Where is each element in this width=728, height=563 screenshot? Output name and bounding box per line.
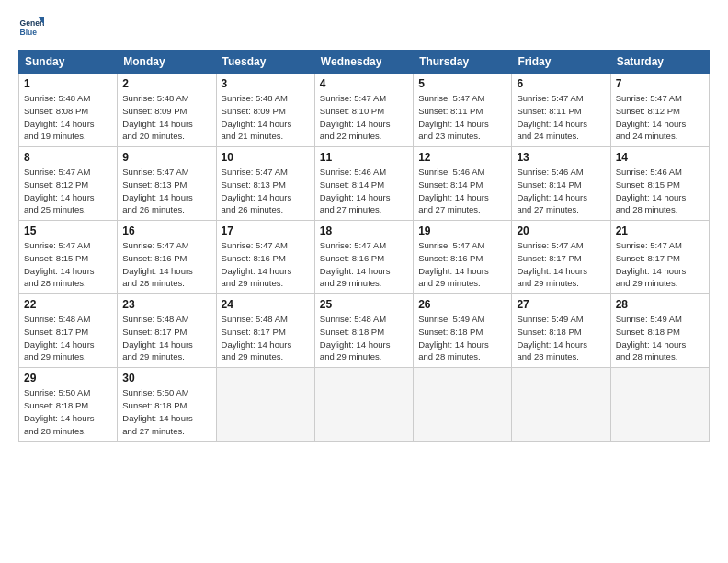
weekday-header-thursday: Thursday xyxy=(414,51,512,74)
day-info: Sunrise: 5:47 AM Sunset: 8:11 PM Dayligh… xyxy=(517,92,605,143)
calendar-cell: 4Sunrise: 5:47 AM Sunset: 8:10 PM Daylig… xyxy=(314,74,413,147)
weekday-header-friday: Friday xyxy=(512,51,610,74)
day-number: 4 xyxy=(320,77,408,90)
day-info: Sunrise: 5:47 AM Sunset: 8:13 PM Dayligh… xyxy=(122,166,210,216)
day-info: Sunrise: 5:47 AM Sunset: 8:15 PM Dayligh… xyxy=(24,239,112,290)
day-number: 15 xyxy=(24,224,112,237)
day-info: Sunrise: 5:47 AM Sunset: 8:13 PM Dayligh… xyxy=(222,166,310,216)
day-info: Sunrise: 5:48 AM Sunset: 8:17 PM Dayligh… xyxy=(122,313,210,363)
calendar-cell xyxy=(512,368,610,442)
calendar-cell: 8Sunrise: 5:47 AM Sunset: 8:12 PM Daylig… xyxy=(19,147,118,221)
calendar-cell: 24Sunrise: 5:48 AM Sunset: 8:17 PM Dayli… xyxy=(216,294,314,368)
logo-icon: General Blue xyxy=(18,15,44,40)
calendar-cell xyxy=(314,368,413,442)
weekday-header-saturday: Saturday xyxy=(610,51,709,74)
day-info: Sunrise: 5:46 AM Sunset: 8:14 PM Dayligh… xyxy=(517,166,605,216)
day-number: 29 xyxy=(24,372,112,385)
day-info: Sunrise: 5:47 AM Sunset: 8:12 PM Dayligh… xyxy=(24,166,112,216)
day-info: Sunrise: 5:47 AM Sunset: 8:16 PM Dayligh… xyxy=(418,239,506,290)
day-number: 21 xyxy=(616,224,704,237)
calendar-cell: 3Sunrise: 5:48 AM Sunset: 8:09 PM Daylig… xyxy=(216,74,314,147)
day-number: 2 xyxy=(122,77,210,90)
day-info: Sunrise: 5:48 AM Sunset: 8:09 PM Dayligh… xyxy=(222,92,310,143)
day-info: Sunrise: 5:48 AM Sunset: 8:17 PM Dayligh… xyxy=(24,313,112,363)
calendar-cell: 25Sunrise: 5:48 AM Sunset: 8:18 PM Dayli… xyxy=(314,294,413,368)
calendar-cell: 26Sunrise: 5:49 AM Sunset: 8:18 PM Dayli… xyxy=(414,294,512,368)
weekday-header-monday: Monday xyxy=(118,51,216,74)
day-number: 17 xyxy=(222,224,310,237)
day-number: 19 xyxy=(418,224,506,237)
day-number: 9 xyxy=(122,151,210,164)
day-number: 5 xyxy=(418,77,506,90)
calendar-cell: 1Sunrise: 5:48 AM Sunset: 8:08 PM Daylig… xyxy=(19,74,118,147)
calendar-cell: 23Sunrise: 5:48 AM Sunset: 8:17 PM Dayli… xyxy=(118,294,216,368)
calendar-cell: 7Sunrise: 5:47 AM Sunset: 8:12 PM Daylig… xyxy=(610,74,709,147)
day-info: Sunrise: 5:48 AM Sunset: 8:18 PM Dayligh… xyxy=(320,313,408,363)
calendar-cell: 21Sunrise: 5:47 AM Sunset: 8:17 PM Dayli… xyxy=(610,221,709,294)
day-number: 13 xyxy=(517,151,605,164)
day-info: Sunrise: 5:48 AM Sunset: 8:08 PM Dayligh… xyxy=(24,92,112,143)
svg-text:General: General xyxy=(20,18,44,28)
day-number: 12 xyxy=(418,151,506,164)
calendar-cell xyxy=(414,368,512,442)
day-number: 24 xyxy=(222,298,310,311)
calendar: SundayMondayTuesdayWednesdayThursdayFrid… xyxy=(18,50,710,442)
day-number: 6 xyxy=(517,77,605,90)
day-info: Sunrise: 5:47 AM Sunset: 8:17 PM Dayligh… xyxy=(616,239,704,290)
day-info: Sunrise: 5:47 AM Sunset: 8:16 PM Dayligh… xyxy=(222,239,310,290)
day-number: 14 xyxy=(616,151,704,164)
day-info: Sunrise: 5:46 AM Sunset: 8:14 PM Dayligh… xyxy=(320,166,408,216)
calendar-cell: 28Sunrise: 5:49 AM Sunset: 8:18 PM Dayli… xyxy=(610,294,709,368)
calendar-cell: 27Sunrise: 5:49 AM Sunset: 8:18 PM Dayli… xyxy=(512,294,610,368)
day-info: Sunrise: 5:49 AM Sunset: 8:18 PM Dayligh… xyxy=(418,313,506,363)
calendar-cell: 30Sunrise: 5:50 AM Sunset: 8:18 PM Dayli… xyxy=(118,368,216,442)
day-info: Sunrise: 5:46 AM Sunset: 8:14 PM Dayligh… xyxy=(418,166,506,216)
svg-text:Blue: Blue xyxy=(20,28,38,37)
day-info: Sunrise: 5:49 AM Sunset: 8:18 PM Dayligh… xyxy=(616,313,704,363)
calendar-cell: 2Sunrise: 5:48 AM Sunset: 8:09 PM Daylig… xyxy=(118,74,216,147)
day-number: 20 xyxy=(517,224,605,237)
calendar-cell: 16Sunrise: 5:47 AM Sunset: 8:16 PM Dayli… xyxy=(118,221,216,294)
day-number: 8 xyxy=(24,151,112,164)
calendar-cell: 12Sunrise: 5:46 AM Sunset: 8:14 PM Dayli… xyxy=(414,147,512,221)
day-number: 11 xyxy=(320,151,408,164)
calendar-cell: 29Sunrise: 5:50 AM Sunset: 8:18 PM Dayli… xyxy=(19,368,118,442)
day-info: Sunrise: 5:47 AM Sunset: 8:11 PM Dayligh… xyxy=(418,92,506,143)
day-info: Sunrise: 5:47 AM Sunset: 8:12 PM Dayligh… xyxy=(616,92,704,143)
weekday-header-wednesday: Wednesday xyxy=(314,51,413,74)
day-info: Sunrise: 5:47 AM Sunset: 8:17 PM Dayligh… xyxy=(517,239,605,290)
page-header: General Blue xyxy=(18,15,710,40)
day-number: 28 xyxy=(616,298,704,311)
day-info: Sunrise: 5:49 AM Sunset: 8:18 PM Dayligh… xyxy=(517,313,605,363)
calendar-cell: 5Sunrise: 5:47 AM Sunset: 8:11 PM Daylig… xyxy=(414,74,512,147)
calendar-cell: 14Sunrise: 5:46 AM Sunset: 8:15 PM Dayli… xyxy=(610,147,709,221)
calendar-cell: 13Sunrise: 5:46 AM Sunset: 8:14 PM Dayli… xyxy=(512,147,610,221)
day-number: 10 xyxy=(222,151,310,164)
day-info: Sunrise: 5:50 AM Sunset: 8:18 PM Dayligh… xyxy=(122,386,210,437)
day-number: 3 xyxy=(222,77,310,90)
calendar-cell: 19Sunrise: 5:47 AM Sunset: 8:16 PM Dayli… xyxy=(414,221,512,294)
weekday-header-sunday: Sunday xyxy=(19,51,118,74)
day-number: 25 xyxy=(320,298,408,311)
day-info: Sunrise: 5:46 AM Sunset: 8:15 PM Dayligh… xyxy=(616,166,704,216)
calendar-cell xyxy=(610,368,709,442)
day-number: 27 xyxy=(517,298,605,311)
day-info: Sunrise: 5:47 AM Sunset: 8:10 PM Dayligh… xyxy=(320,92,408,143)
calendar-cell: 15Sunrise: 5:47 AM Sunset: 8:15 PM Dayli… xyxy=(19,221,118,294)
calendar-cell xyxy=(216,368,314,442)
calendar-cell: 18Sunrise: 5:47 AM Sunset: 8:16 PM Dayli… xyxy=(314,221,413,294)
calendar-cell: 22Sunrise: 5:48 AM Sunset: 8:17 PM Dayli… xyxy=(19,294,118,368)
calendar-cell: 10Sunrise: 5:47 AM Sunset: 8:13 PM Dayli… xyxy=(216,147,314,221)
day-info: Sunrise: 5:47 AM Sunset: 8:16 PM Dayligh… xyxy=(122,239,210,290)
weekday-header-tuesday: Tuesday xyxy=(216,51,314,74)
day-number: 30 xyxy=(122,372,210,385)
calendar-cell: 17Sunrise: 5:47 AM Sunset: 8:16 PM Dayli… xyxy=(216,221,314,294)
day-number: 7 xyxy=(616,77,704,90)
day-number: 26 xyxy=(418,298,506,311)
day-info: Sunrise: 5:48 AM Sunset: 8:09 PM Dayligh… xyxy=(122,92,210,143)
logo: General Blue xyxy=(18,15,48,40)
day-number: 1 xyxy=(24,77,112,90)
calendar-cell: 11Sunrise: 5:46 AM Sunset: 8:14 PM Dayli… xyxy=(314,147,413,221)
calendar-cell: 9Sunrise: 5:47 AM Sunset: 8:13 PM Daylig… xyxy=(118,147,216,221)
calendar-cell: 20Sunrise: 5:47 AM Sunset: 8:17 PM Dayli… xyxy=(512,221,610,294)
